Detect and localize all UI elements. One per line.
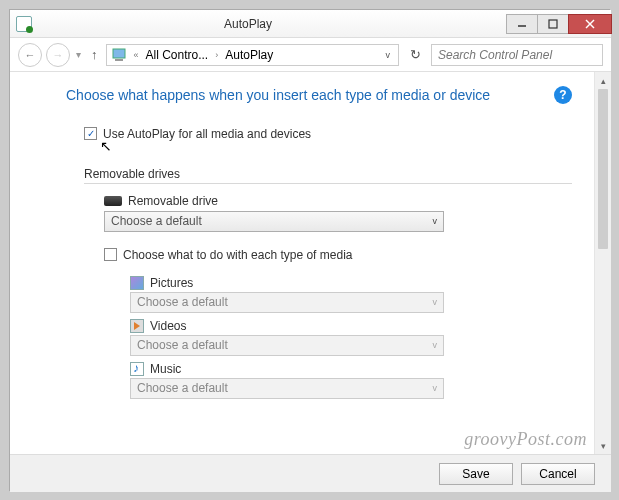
removable-drives-section-label: Removable drives [84,167,572,181]
removable-drive-label: Removable drive [128,194,218,208]
music-select[interactable]: Choose a default v [130,378,444,399]
help-icon[interactable]: ? [554,86,572,104]
chevron-down-icon: v [433,297,438,307]
media-type-list: Pictures Choose a default v Videos Choos… [130,276,572,399]
window-title: AutoPlay [40,17,506,31]
address-dropdown-icon[interactable]: v [382,50,395,60]
address-bar[interactable]: « All Contro... › AutoPlay v [106,44,400,66]
svg-rect-1 [549,20,557,28]
scroll-up-icon[interactable]: ▴ [595,72,611,89]
pictures-value: Choose a default [137,295,228,309]
pictures-label: Pictures [150,276,193,290]
music-icon [130,362,144,376]
breadcrumb-parent[interactable]: All Contro... [146,48,209,62]
chevron-down-icon: v [433,216,438,226]
videos-label: Videos [150,319,186,333]
history-dropdown-icon[interactable]: ▾ [74,49,83,60]
chevron-down-icon: v [433,340,438,350]
maximize-button[interactable] [537,14,569,34]
vertical-scrollbar[interactable]: ▴ ▾ [594,72,611,454]
pictures-select[interactable]: Choose a default v [130,292,444,313]
content-pane: Choose what happens when you insert each… [10,72,594,454]
svg-rect-4 [113,49,125,58]
page-heading: Choose what happens when you insert each… [66,86,490,105]
removable-drive-select[interactable]: Choose a default v [104,211,444,232]
save-button[interactable]: Save [439,463,513,485]
music-label: Music [150,362,181,376]
chevron-icon: « [131,50,142,60]
videos-icon [130,319,144,333]
titlebar: AutoPlay [10,10,611,38]
each-type-checkbox[interactable]: ✓ [104,248,117,261]
music-value: Choose a default [137,381,228,395]
svg-rect-5 [115,59,123,61]
up-button[interactable]: ↑ [87,47,102,62]
autoplay-window: AutoPlay ← → ▾ ↑ « All Contro... › AutoP… [10,10,611,492]
back-button[interactable]: ← [18,43,42,67]
chevron-down-icon: v [433,383,438,393]
scrollbar-thumb[interactable] [598,89,608,249]
use-autoplay-checkbox[interactable]: ✓ [84,127,97,140]
search-input[interactable]: Search Control Panel [431,44,603,66]
scroll-down-icon[interactable]: ▾ [595,437,611,454]
removable-drive-value: Choose a default [111,214,202,228]
pictures-icon [130,276,144,290]
footer-bar: Save Cancel [10,454,611,492]
cancel-button[interactable]: Cancel [521,463,595,485]
removable-drive-icon [104,196,122,206]
section-divider [84,183,572,184]
chevron-right-icon: › [212,50,221,60]
breadcrumb-current[interactable]: AutoPlay [225,48,273,62]
videos-select[interactable]: Choose a default v [130,335,444,356]
scrollbar-track[interactable] [595,249,611,437]
control-panel-icon [111,47,127,63]
window-controls [506,14,611,34]
videos-value: Choose a default [137,338,228,352]
nav-toolbar: ← → ▾ ↑ « All Contro... › AutoPlay v ↻ S… [10,38,611,72]
each-type-label: Choose what to do with each type of medi… [123,248,352,262]
use-autoplay-label: Use AutoPlay for all media and devices [103,127,311,141]
forward-button[interactable]: → [46,43,70,67]
autoplay-app-icon [16,16,32,32]
refresh-button[interactable]: ↻ [403,44,427,66]
minimize-button[interactable] [506,14,538,34]
close-button[interactable] [568,14,612,34]
